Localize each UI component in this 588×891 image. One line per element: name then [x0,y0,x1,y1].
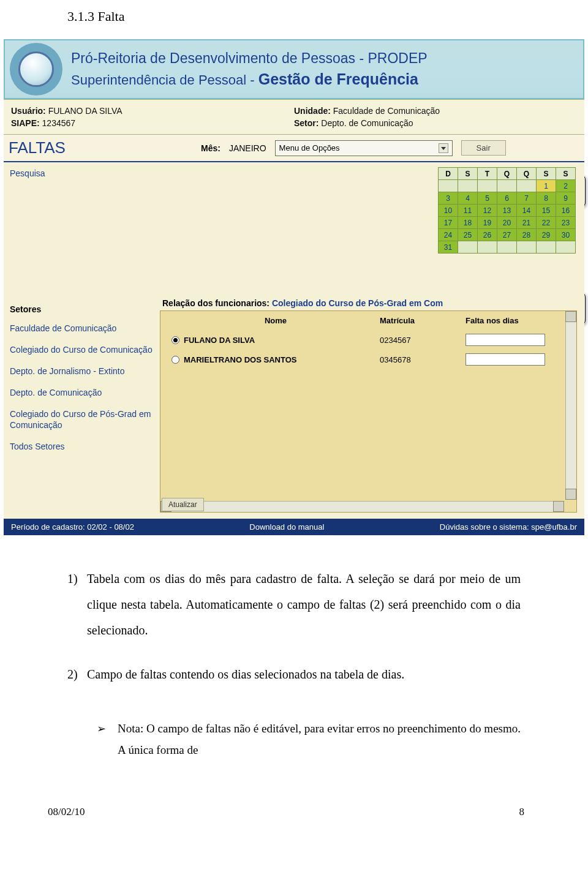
unidade-label: Unidade: [294,106,331,116]
calendar-day[interactable]: 29 [537,229,556,241]
staff-columns: Nome Matrícula Falta nos dias [160,311,576,330]
sair-button[interactable]: Sair [461,140,506,156]
calendar-day[interactable]: 17 [439,217,458,229]
staff-row: MARIELTRANO DOS SANTOS0345678 [160,350,576,369]
document-list: Tabela com os dias do mês para cadastro … [0,535,588,718]
section-heading: 3.1.3 Falta [0,0,588,39]
header-line2-bold: Gestão de Frequência [258,70,418,88]
setor-link[interactable]: Depto. de Jornalismo - Extinto [10,361,154,382]
calendar-day[interactable]: 30 [556,229,576,241]
calendar-dow: Q [517,168,537,180]
calendar-dow: D [439,168,458,180]
calendar-day[interactable]: 25 [458,229,478,241]
info-band: Usuário: FULANO DA SILVA SIAPE: 1234567 … [4,99,584,135]
calendar-day[interactable]: 13 [497,205,517,217]
seal-icon [10,43,62,96]
calendar-dow: S [556,168,576,180]
setor-label: Setor: [294,118,318,128]
note-block: Nota: O campo de faltas não é editável, … [0,718,588,785]
scroll-up-button[interactable] [565,311,576,322]
scroll-right-button[interactable] [553,501,564,512]
staff-panel: Nome Matrícula Falta nos dias FULANO DA … [160,310,577,513]
calendar-day[interactable]: 1 [537,180,556,192]
col-matricula: Matrícula [380,316,466,325]
mini-calendar: DSTQQSS123456789101112131415161718192021… [438,167,576,254]
calendar-day[interactable]: 8 [537,192,556,205]
app-screenshot: Pró-Reitoria de Desenvolvimento de Pesso… [4,39,584,535]
calendar-day[interactable]: 28 [517,229,537,241]
setor-link[interactable]: Depto. de Comunicação [10,382,154,404]
calendar-day[interactable]: 31 [439,241,458,254]
staff-radio[interactable] [172,336,179,344]
col-falta: Falta nos dias [466,316,551,325]
calendar-dow: S [458,168,478,180]
calendar-day[interactable]: 12 [478,205,497,217]
calendar-day[interactable]: 6 [497,192,517,205]
page-footer: 08/02/10 8 [0,785,588,827]
relacao-header-prefix: Relação dos funcionarios: [162,298,272,308]
staff-radio[interactable] [172,356,179,364]
calendar-day[interactable]: 23 [556,217,576,229]
calendar-day[interactable]: 26 [478,229,497,241]
horizontal-scrollbar[interactable] [172,501,553,512]
calendar-day[interactable]: 11 [458,205,478,217]
app-header-banner: Pró-Reitoria de Desenvolvimento de Pesso… [4,39,584,99]
footer-duvidas: Dúvidas sobre o sistema: spe@ufba.br [440,522,577,532]
scroll-down-button[interactable] [565,489,576,500]
relacao-header: Relação dos funcionarios: Colegiado do C… [160,298,577,308]
page-title: FALTAS [9,138,192,157]
calendar-day[interactable]: 3 [439,192,458,205]
setor-link[interactable]: Colegiado do Curso de Comunicação [10,339,154,361]
calendar-dow: S [537,168,556,180]
calendar-day[interactable]: 18 [458,217,478,229]
pesquisa-header: Pesquisa [10,168,154,301]
calendar-day[interactable]: 7 [517,192,537,205]
mes-label: Mês: [201,143,221,153]
calendar-day[interactable]: 5 [478,192,497,205]
usuario-label: Usuário: [11,106,46,116]
calendar-day[interactable]: 10 [439,205,458,217]
calendar-day[interactable]: 15 [537,205,556,217]
header-line2-prefix: Superintendência de Pessoal - [71,72,258,88]
footer-periodo: Período de cadastro: 02/02 - 08/02 [11,522,134,532]
calendar-day[interactable]: 16 [556,205,576,217]
topbar: FALTAS Mês: JANEIRO Menu de Opções Sair [4,135,584,162]
calendar-day[interactable]: 21 [517,217,537,229]
setores-header: Setores [10,301,154,318]
chevron-down-icon [439,143,448,153]
setor-link[interactable]: Todos Setores [10,436,154,457]
app-body: 1 2 Pesquisa Setores Faculdade de Comuni… [4,162,584,519]
setor-link[interactable]: Colegiado do Curso de Pós-Grad em Comuni… [10,404,154,437]
menu-opcoes-placeholder: Menu de Opções [279,143,340,152]
calendar-day[interactable]: 19 [478,217,497,229]
unidade-value: Faculdade de Comunicação [333,106,440,116]
setor-value: Depto. de Comunicação [321,118,413,128]
footer-date: 08/02/10 [48,806,85,818]
staff-name: MARIELTRANO DOS SANTOS [184,355,380,364]
doc-item-1: Tabela com os dias do mês para cadastro … [67,566,521,643]
usuario-value: FULANO DA SILVA [48,106,123,116]
sidebar: Pesquisa Setores Faculdade de Comunicaçã… [4,162,160,519]
footer-download-link[interactable]: Download do manual [249,522,324,532]
setor-link[interactable]: Faculdade de Comunicação [10,318,154,339]
calendar-day[interactable]: 14 [517,205,537,217]
calendar-day[interactable]: 9 [556,192,576,205]
calendar-day[interactable]: 24 [439,229,458,241]
footer-bar: Período de cadastro: 02/02 - 08/02 Downl… [4,519,584,535]
calendar-day[interactable]: 22 [537,217,556,229]
calendar-day[interactable]: 4 [458,192,478,205]
calendar-day[interactable]: 20 [497,217,517,229]
siape-value: 1234567 [42,118,76,128]
calendar-day[interactable]: 27 [497,229,517,241]
calendar-day[interactable]: 2 [556,180,576,192]
staff-matricula: 0234567 [380,336,466,345]
falta-dias-field [466,334,545,346]
atualizar-button[interactable]: Atualizar [162,498,204,511]
staff-matricula: 0345678 [380,355,466,364]
doc-item-2: Campo de faltas contendo os dias selecio… [67,661,521,687]
falta-dias-field [466,353,545,366]
staff-name: FULANO DA SILVA [184,336,380,345]
col-nome: Nome [172,316,380,325]
menu-opcoes-select[interactable]: Menu de Opções [275,140,453,156]
vertical-scrollbar[interactable] [565,322,576,489]
